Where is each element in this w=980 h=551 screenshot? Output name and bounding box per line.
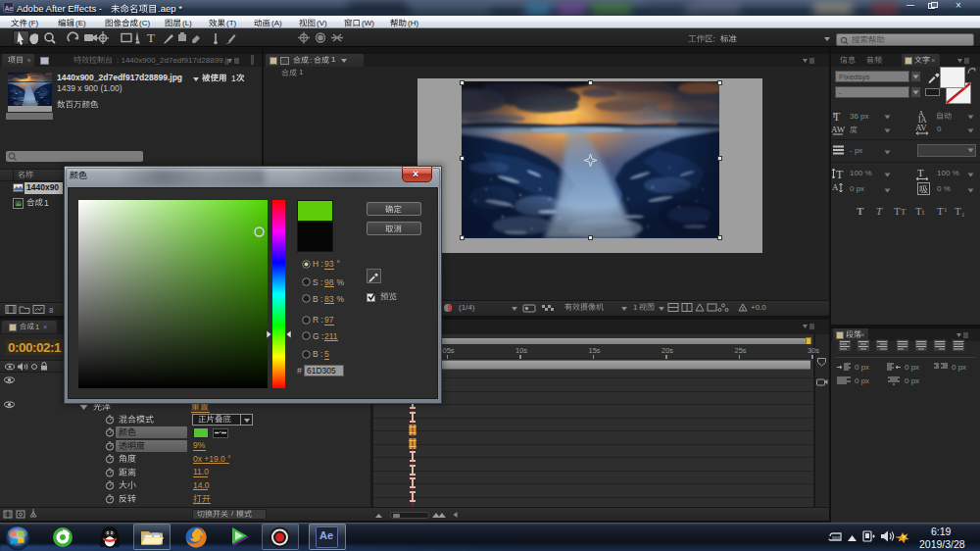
svg-text:8: 8: [49, 306, 54, 315]
svg-text:T: T: [876, 205, 883, 217]
svg-text:T: T: [955, 205, 961, 217]
svg-text:T: T: [894, 205, 901, 217]
svg-text:T: T: [915, 205, 922, 217]
svg-text:t: t: [922, 208, 925, 217]
svg-text:1: 1: [944, 206, 948, 214]
svg-text:T: T: [147, 30, 155, 45]
svg-text:T: T: [836, 168, 844, 180]
svg-text:AW: AW: [831, 125, 846, 134]
svg-text:T: T: [937, 205, 944, 217]
svg-text:T: T: [901, 207, 906, 217]
svg-text:T: T: [857, 205, 864, 217]
svg-text:A: A: [832, 182, 839, 192]
svg-text:AV: AV: [915, 123, 927, 132]
svg-text:1: 1: [961, 211, 965, 218]
svg-text:T: T: [917, 167, 924, 178]
